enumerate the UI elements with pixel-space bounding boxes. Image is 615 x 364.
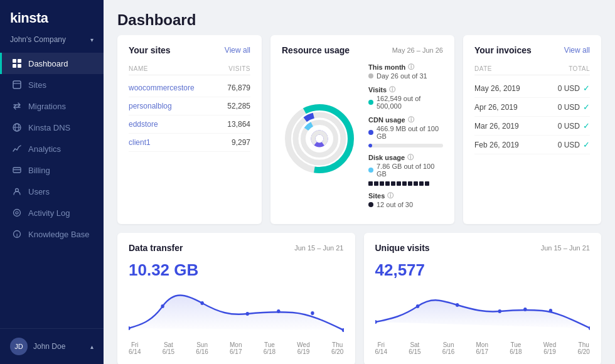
table-row: client1 9,297 (129, 134, 250, 152)
info-icon[interactable]: ⓘ (407, 153, 414, 162)
site-visits: 52,285 (227, 102, 250, 110)
top-row: Your sites View all NAME VISITS woocomme… (117, 35, 601, 224)
sidebar-item-label-analytics: Analytics (28, 144, 61, 154)
site-visits: 9,297 (232, 138, 250, 147)
svg-point-25 (161, 304, 164, 308)
sites-table-header: NAME VISITS (129, 63, 250, 75)
stat-visits: Visits ⓘ 162,549 out of 500,000 (368, 85, 443, 110)
invoice-amount: 0 USD ✓ (558, 121, 590, 131)
sidebar-item-knowledge-base[interactable]: i Knowledge Base (0, 223, 104, 245)
prog-dot (408, 181, 412, 186)
uv-card-title: Unique visits (375, 243, 430, 253)
sidebar-item-users[interactable]: Users (0, 181, 104, 202)
site-link[interactable]: eddstore (129, 120, 158, 129)
svg-rect-0 (13, 59, 16, 63)
sidebar-item-label-dashboard: Dashboard (28, 59, 68, 68)
dt-card-header: Data transfer Jun 15 – Jun 21 (129, 243, 344, 253)
info-icon[interactable]: ⓘ (408, 63, 414, 72)
prog-dot (374, 181, 378, 186)
chart-date: Sat6/15 (163, 341, 174, 355)
sidebar-item-label-dns: Kinsta DNS (28, 123, 70, 132)
chevron-down-icon: ▾ (90, 36, 94, 43)
check-icon: ✓ (583, 121, 590, 131)
chart-date: Sun6/16 (442, 341, 454, 355)
prog-dot (385, 181, 390, 186)
stat-disk: Disk usage ⓘ 7.86 GB out of 100 GB (368, 153, 443, 186)
prog-dot (402, 181, 407, 186)
svg-point-24 (129, 326, 131, 330)
table-row: personalblog 52,285 (129, 97, 250, 115)
sites-card-title: Your sites (129, 45, 171, 55)
sidebar-footer[interactable]: JD John Doe ▴ (0, 328, 104, 364)
invoice-date: Mar 26, 2019 (474, 122, 519, 131)
svg-rect-2 (13, 64, 16, 68)
uv-chart-area (375, 287, 591, 338)
cdn-progress-bar (368, 144, 443, 147)
sidebar-item-activity-log[interactable]: Activity Log (0, 202, 104, 223)
resource-card: Resource usage May 26 – Jun 26 (270, 35, 454, 224)
svg-point-33 (455, 303, 458, 307)
site-link[interactable]: client1 (129, 138, 151, 147)
chart-date: Mon6/17 (476, 341, 488, 355)
invoice-date: Feb 26, 2019 (474, 141, 519, 149)
sidebar-item-dashboard[interactable]: Dashboard (0, 53, 104, 74)
dns-icon (12, 122, 22, 132)
donut-chart (282, 101, 357, 176)
sidebar-item-migrations[interactable]: Migrations (0, 95, 104, 117)
page-title: Dashboard (104, 0, 615, 35)
stat-value: 7.86 GB out of 100 GB (368, 163, 443, 178)
svg-point-12 (14, 210, 21, 217)
sites-card-header: Your sites View all (129, 45, 250, 55)
info-icon[interactable]: ⓘ (387, 191, 393, 200)
sidebar-item-kinsta-dns[interactable]: Kinsta DNS (0, 117, 104, 138)
sites-view-all-link[interactable]: View all (225, 46, 250, 55)
sidebar-item-label-migrations: Migrations (28, 102, 66, 111)
chart-date: Wed6/19 (297, 341, 309, 355)
info-icon[interactable]: ⓘ (408, 115, 414, 124)
invoices-card: Your invoices View all DATE TOTAL May 26… (463, 35, 601, 224)
dot-icon (368, 168, 373, 173)
invoices-view-all-link[interactable]: View all (564, 46, 590, 55)
svg-point-36 (548, 309, 552, 313)
user-chevron-icon: ▴ (90, 343, 94, 350)
site-link[interactable]: woocommercestore (129, 83, 195, 92)
invoice-row: Feb 26, 2019 0 USD ✓ (474, 136, 590, 154)
svg-text:i: i (16, 232, 18, 238)
dot-icon (368, 202, 373, 207)
chart-date: Tue6/18 (510, 341, 521, 355)
site-link[interactable]: personalblog (129, 102, 172, 110)
svg-point-31 (375, 320, 377, 324)
stat-value: 466.9 MB out of 100 GB (368, 125, 443, 140)
stat-label: This month ⓘ (368, 63, 443, 72)
main-content: Dashboard Your sites View all NAME VISIT… (104, 0, 615, 364)
stat-label: CDN usage ⓘ (368, 115, 443, 124)
invoice-amount: 0 USD ✓ (558, 140, 590, 149)
sidebar-item-sites[interactable]: Sites (0, 74, 104, 95)
kinsta-logo: kinsta (10, 10, 94, 26)
users-icon (12, 186, 22, 196)
site-visits: 13,864 (227, 120, 250, 129)
info-icon[interactable]: ⓘ (389, 85, 395, 94)
resource-card-header: Resource usage May 26 – Jun 26 (282, 45, 443, 55)
nav-items: Dashboard Sites Migrations (0, 53, 104, 328)
stat-label: Disk usage ⓘ (368, 153, 443, 162)
user-name: John Doe (33, 342, 65, 351)
check-icon: ✓ (583, 83, 590, 93)
content-area: Your sites View all NAME VISITS woocomme… (104, 35, 615, 364)
sidebar-item-billing[interactable]: Billing (0, 159, 104, 181)
svg-point-32 (415, 304, 419, 308)
resource-stats: This month ⓘ Day 26 out of 31 Visits (368, 63, 443, 214)
svg-point-26 (200, 301, 203, 305)
check-icon: ✓ (583, 140, 590, 149)
check-icon: ✓ (583, 102, 590, 112)
stat-sites: Sites ⓘ 12 out of 30 (368, 191, 443, 208)
company-selector[interactable]: John's Company ▾ (0, 31, 104, 53)
col-total-label: TOTAL (569, 65, 590, 72)
sidebar-item-analytics[interactable]: Analytics (0, 138, 104, 159)
prog-dot (368, 181, 373, 186)
col-name-label: NAME (129, 65, 148, 72)
bottom-row: Data transfer Jun 15 – Jun 21 10.32 GB (117, 233, 601, 364)
stat-value: 162,549 out of 500,000 (368, 95, 443, 110)
chart-date: Thu6/20 (577, 341, 589, 355)
stat-cdn: CDN usage ⓘ 466.9 MB out of 100 GB (368, 115, 443, 147)
